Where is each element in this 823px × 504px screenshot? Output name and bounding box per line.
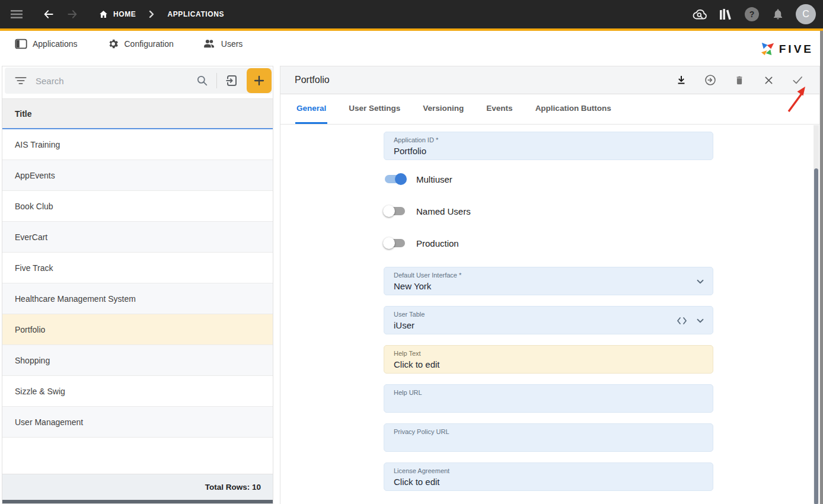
users-icon [203, 39, 216, 49]
field-label: License Agreement [394, 467, 703, 475]
download-button[interactable] [675, 74, 688, 87]
named-users-toggle[interactable] [385, 207, 405, 215]
trash-icon [734, 74, 745, 86]
list-item[interactable]: User Management [2, 407, 273, 438]
vertical-scrollbar-thumb[interactable] [814, 168, 818, 504]
breadcrumb-section[interactable]: APPLICATIONS [167, 10, 224, 18]
record-detail-panel: Portfolio [280, 66, 820, 504]
total-rows-label: Total Rows: 10 [2, 474, 273, 500]
record-form: Application ID * Portfolio Multiuser Nam… [280, 125, 819, 503]
toggle-knob [395, 173, 407, 185]
applications-icon [15, 39, 27, 49]
search-input[interactable] [36, 76, 136, 86]
list-item[interactable]: AIS Training [2, 129, 273, 160]
code-icon[interactable] [676, 315, 688, 328]
list-item-selected[interactable]: Portfolio [2, 314, 273, 345]
field-label: Help URL [394, 389, 703, 397]
menu-item-configuration[interactable]: Configuration [107, 36, 174, 52]
five-brand: FIVE [760, 41, 814, 57]
default-user-interface-select[interactable]: Default User Interface * New York [384, 267, 713, 295]
help-url-field[interactable]: Help URL [384, 384, 713, 413]
toggle-label: Multiuser [416, 174, 452, 184]
toggle-label: Named Users [416, 206, 471, 216]
field-value: Click to edit [394, 476, 703, 488]
list-item[interactable]: AppEvents [2, 160, 273, 191]
tab-versioning[interactable]: Versioning [422, 94, 465, 124]
open-record-button[interactable] [704, 74, 717, 87]
back-button[interactable] [38, 4, 59, 25]
field-value: iUser [394, 320, 703, 331]
user-table-select[interactable]: User Table iUser [384, 306, 713, 334]
close-icon [763, 75, 774, 86]
menu-item-label: Applications [33, 39, 78, 49]
applications-grid: Title AIS Training AppEvents Book Club E… [2, 98, 273, 503]
add-record-button[interactable] [247, 68, 272, 93]
field-value: New York [394, 280, 703, 292]
arrow-circle-icon [704, 74, 717, 87]
list-item[interactable]: Healthcare Management System [2, 283, 273, 314]
record-header: Portfolio [280, 66, 819, 94]
list-item[interactable]: Shopping [2, 345, 273, 376]
help-icon: ? [745, 7, 759, 21]
save-button[interactable] [791, 74, 804, 87]
forward-button[interactable] [62, 4, 83, 25]
list-item[interactable]: EverCart [2, 222, 273, 253]
vertical-scrollbar-track[interactable] [814, 125, 819, 504]
library-button[interactable] [715, 4, 736, 25]
multiuser-toggle[interactable] [385, 175, 405, 183]
chevron-down-icon[interactable] [695, 315, 706, 328]
field-label: Privacy Policy URL [394, 428, 703, 436]
hamburger-icon [11, 9, 23, 19]
list-item[interactable]: Five Track [2, 253, 273, 283]
download-icon [675, 74, 687, 86]
menu-item-label: Configuration [125, 39, 174, 49]
user-avatar[interactable]: C [796, 4, 816, 24]
menu-button[interactable] [6, 4, 27, 25]
tab-events[interactable]: Events [485, 94, 513, 124]
field-label: Help Text [394, 350, 703, 358]
filter-icon[interactable] [15, 76, 27, 85]
field-label: User Table [394, 311, 703, 318]
multiuser-toggle-row: Multiuser [384, 171, 713, 187]
record-tabs: General User Settings Versioning Events … [280, 94, 819, 125]
top-navigation-bar: HOME APPLICATIONS ? [0, 0, 823, 28]
bell-icon [772, 8, 784, 21]
grid-empty-area [2, 438, 273, 474]
topbar-actions: ? C [684, 4, 816, 25]
notifications-button[interactable] [767, 4, 789, 25]
delete-button[interactable] [733, 74, 746, 87]
close-button[interactable] [762, 74, 775, 87]
breadcrumb-home[interactable]: HOME [113, 10, 136, 18]
tab-general[interactable]: General [295, 94, 327, 124]
go-to-record-button[interactable] [225, 74, 239, 88]
five-logo-icon [760, 41, 776, 57]
tab-application-buttons[interactable]: Application Buttons [534, 94, 613, 124]
menu-item-applications[interactable]: Applications [15, 36, 78, 52]
inspect-button[interactable] [689, 4, 710, 25]
toggle-label: Production [416, 238, 459, 248]
horizontal-scrollbar-thumb[interactable] [2, 500, 273, 503]
production-toggle[interactable] [385, 239, 405, 247]
applications-list-panel: Title AIS Training AppEvents Book Club E… [2, 66, 273, 504]
search-icon[interactable] [196, 74, 209, 87]
list-item[interactable]: Sizzle & Swig [2, 376, 273, 407]
privacy-policy-url-field[interactable]: Privacy Policy URL [384, 423, 713, 452]
window-edge-strip [820, 31, 823, 504]
list-item[interactable]: Book Club [2, 191, 273, 222]
field-label: Application ID * [394, 136, 703, 144]
home-icon [98, 9, 109, 19]
cloud-search-icon [692, 8, 708, 21]
application-id-field[interactable]: Application ID * Portfolio [384, 132, 713, 160]
production-toggle-row: Production [384, 235, 713, 251]
workspace-menubar: Applications Configuration Users [0, 31, 823, 66]
record-actions [675, 74, 804, 87]
tab-user-settings[interactable]: User Settings [347, 94, 401, 124]
column-header-title[interactable]: Title [2, 99, 273, 129]
help-text-field[interactable]: Help Text Click to edit [384, 345, 713, 374]
license-agreement-field[interactable]: License Agreement Click to edit [384, 462, 713, 491]
back-arrow-icon [42, 8, 55, 20]
forward-arrow-icon [66, 8, 79, 20]
menu-item-users[interactable]: Users [203, 36, 243, 52]
chevron-down-icon[interactable] [695, 276, 706, 289]
help-button[interactable]: ? [741, 4, 763, 25]
